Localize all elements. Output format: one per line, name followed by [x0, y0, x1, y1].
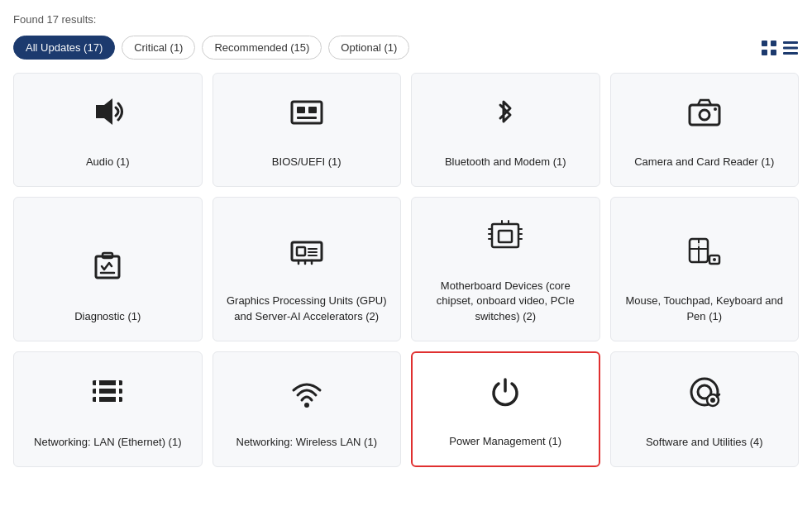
card-label-motherboard: Motherboard Devices (core chipset, onboa… [422, 279, 590, 324]
filter-btn-recommended[interactable]: Recommended (15) [202, 36, 322, 60]
svg-rect-11 [297, 117, 317, 119]
card-camera[interactable]: Camera and Card Reader (1) [610, 73, 800, 187]
card-motherboard[interactable]: Motherboard Devices (core chipset, onboa… [411, 197, 600, 341]
diagnostic-icon [89, 248, 126, 299]
svg-rect-46 [116, 380, 119, 403]
card-label-diagnostic: Diagnostic (1) [74, 309, 141, 324]
card-label-power: Power Management (1) [449, 434, 561, 449]
svg-rect-10 [308, 107, 317, 113]
grid-view-button[interactable] [761, 40, 777, 56]
card-bluetooth[interactable]: Bluetooth and Modem (1) [411, 73, 600, 187]
svg-rect-6 [783, 52, 798, 55]
filter-btn-all[interactable]: All Updates (17) [13, 36, 115, 60]
card-power[interactable]: Power Management (1) [411, 351, 600, 467]
svg-rect-45 [96, 380, 99, 403]
lan-icon [89, 374, 126, 425]
card-label-lan: Networking: LAN (Ethernet) (1) [34, 435, 181, 450]
mouse-icon [686, 232, 723, 284]
svg-marker-7 [96, 98, 112, 125]
card-wlan[interactable]: Networking: Wireless LAN (1) [213, 351, 402, 467]
card-label-bios: BIOS/UEFI (1) [272, 155, 342, 169]
card-software[interactable]: Software and Utilities (4) [610, 351, 800, 467]
card-audio[interactable]: Audio (1) [13, 73, 203, 187]
card-label-bluetooth: Bluetooth and Modem (1) [445, 155, 566, 169]
list-view-button[interactable] [782, 40, 799, 56]
card-mouse[interactable]: Mouse, Touchpad, Keyboard and Pen (1) [610, 197, 800, 341]
card-lan[interactable]: Networking: LAN (Ethernet) (1) [13, 351, 203, 467]
card-label-wlan: Networking: Wireless LAN (1) [236, 435, 378, 450]
svg-rect-15 [96, 256, 119, 278]
filter-bar: All Updates (17)Critical (1)Recommended … [13, 36, 799, 60]
card-diagnostic[interactable]: Diagnostic (1) [13, 197, 203, 341]
card-label-gpu: Graphics Processing Units (GPU) and Serv… [223, 294, 391, 323]
view-icons [761, 40, 799, 56]
software-icon [686, 374, 723, 425]
gpu-icon [289, 232, 325, 284]
svg-rect-5 [783, 46, 798, 49]
svg-point-52 [710, 398, 715, 403]
svg-rect-2 [762, 50, 767, 55]
bios-icon [289, 93, 325, 145]
card-label-camera: Camera and Card Reader (1) [634, 155, 774, 169]
svg-rect-9 [297, 107, 305, 113]
card-gpu[interactable]: Graphics Processing Units (GPU) and Serv… [213, 197, 402, 341]
svg-point-47 [304, 403, 309, 408]
svg-point-14 [714, 107, 717, 111]
svg-point-13 [700, 110, 709, 120]
wlan-icon [289, 374, 325, 425]
card-label-software: Software and Utilities (4) [646, 435, 763, 450]
svg-rect-4 [783, 41, 798, 44]
power-icon [487, 373, 523, 424]
svg-rect-27 [499, 231, 512, 242]
card-label-mouse: Mouse, Touchpad, Keyboard and Pen (1) [621, 294, 789, 323]
category-grid: Audio (1) BIOS/UEFI (1) Bluetooth and Mo… [13, 73, 799, 467]
bluetooth-icon [487, 93, 523, 145]
filter-btn-critical[interactable]: Critical (1) [122, 36, 195, 60]
svg-rect-19 [297, 247, 305, 255]
svg-rect-26 [492, 224, 518, 247]
camera-icon [686, 93, 723, 145]
card-label-audio: Audio (1) [86, 155, 130, 169]
filter-btn-optional[interactable]: Optional (1) [328, 36, 409, 60]
svg-rect-8 [292, 102, 322, 123]
svg-point-37 [713, 258, 716, 261]
card-bios[interactable]: BIOS/UEFI (1) [213, 73, 402, 187]
svg-rect-1 [771, 41, 776, 46]
svg-rect-3 [771, 50, 776, 55]
audio-icon [89, 93, 126, 145]
filter-buttons: All Updates (17)Critical (1)Recommended … [13, 36, 409, 60]
motherboard-icon [487, 217, 523, 269]
results-count: Found 17 results: [13, 13, 799, 26]
svg-rect-0 [762, 41, 767, 46]
